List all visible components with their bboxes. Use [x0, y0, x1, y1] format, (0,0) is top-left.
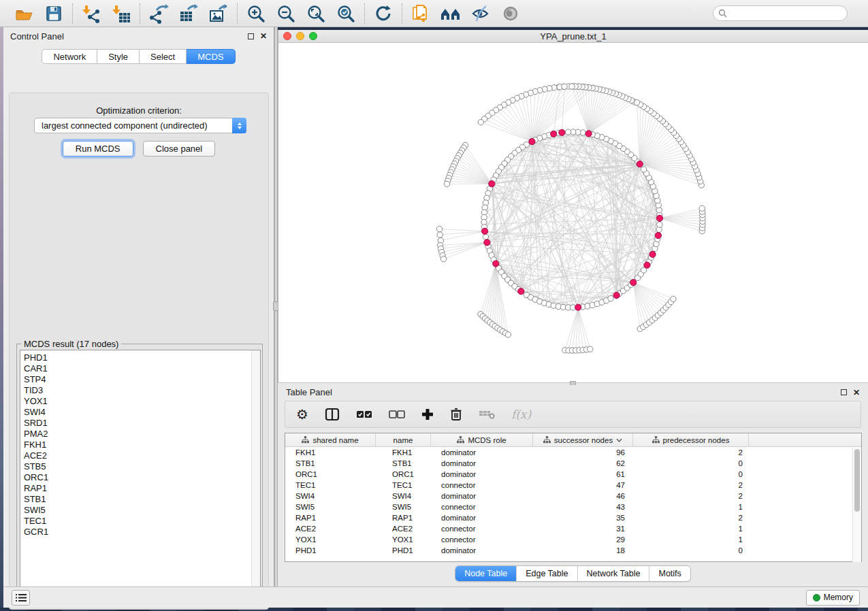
export-network-button[interactable]	[147, 3, 170, 24]
mcds-result-item[interactable]: PHD1	[24, 352, 260, 363]
gear-icon: ⚙	[296, 408, 308, 421]
mcds-result-item[interactable]: ORC1	[24, 472, 260, 483]
table-settings-button[interactable]: ⚙	[296, 404, 308, 425]
mcds-result-item[interactable]: TID3	[24, 385, 260, 396]
zoom-in-icon	[246, 4, 266, 23]
tab-mcds[interactable]: MCDS	[187, 49, 235, 64]
close-panel-icon[interactable]: ✕	[260, 32, 267, 40]
table-scrollbar[interactable]	[852, 448, 861, 562]
optimization-criterion-dropdown[interactable]: largest connected component (undirected)	[34, 118, 246, 133]
column-type-icon	[543, 436, 551, 444]
zoom-out-button[interactable]	[274, 3, 298, 24]
export-image-icon	[208, 3, 229, 24]
cell-role: dominator	[431, 470, 533, 478]
table-row[interactable]: ORC1ORC1dominator610	[285, 469, 861, 480]
network-window-title: YPA_prune.txt_1	[278, 31, 868, 42]
search-input[interactable]	[730, 7, 847, 20]
task-history-button[interactable]	[12, 590, 30, 606]
cell-succ: 47	[533, 481, 633, 489]
open-folder-icon	[14, 4, 33, 23]
cell-succ: 96	[533, 448, 633, 457]
deselect-all-button[interactable]	[389, 404, 405, 425]
share-document-button[interactable]	[409, 3, 432, 24]
table-row[interactable]: SWI4SWI4dominator462	[285, 491, 861, 501]
optimization-criterion-label: Optimization criterion:	[10, 105, 268, 116]
column-header-shared-name[interactable]: shared name	[285, 433, 376, 446]
tab-network-table[interactable]: Network Table	[577, 566, 649, 581]
hide-graphics-icon	[470, 4, 491, 23]
mcds-result-item[interactable]: FKH1	[24, 440, 260, 450]
table-panel-tabs: Node Table Edge Table Network Table Moti…	[455, 565, 691, 582]
zoom-fit-icon	[306, 4, 325, 23]
table-row[interactable]: SWI5SWI5connector431	[285, 501, 861, 512]
mcds-result-item[interactable]: TEC1	[24, 516, 260, 527]
show-columns-button[interactable]	[325, 404, 340, 425]
mcds-result-item[interactable]: SRD1	[24, 418, 260, 429]
import-table-button[interactable]	[110, 3, 133, 24]
float-panel-icon[interactable]	[248, 33, 254, 39]
zoom-selected-icon	[336, 4, 355, 23]
select-all-button[interactable]	[356, 404, 372, 425]
network-overview-button[interactable]	[439, 3, 462, 24]
tab-edge-table[interactable]: Edge Table	[516, 566, 577, 581]
search-field[interactable]	[713, 5, 848, 21]
table-row[interactable]: PHD1PHD1dominator180	[285, 545, 861, 556]
close-panel-button[interactable]: Close panel	[143, 141, 216, 156]
open-file-button[interactable]	[12, 3, 35, 24]
run-mcds-button[interactable]: Run MCDS	[63, 141, 133, 156]
mcds-result-item[interactable]: PMA2	[24, 429, 260, 440]
mcds-result-item[interactable]: ACE2	[24, 450, 260, 461]
float-panel-icon[interactable]	[841, 389, 847, 395]
mcds-result-item[interactable]: STB1	[24, 494, 260, 505]
zoom-selected-button[interactable]	[334, 3, 357, 24]
zoom-fit-button[interactable]	[304, 3, 327, 24]
cell-role: dominator	[431, 514, 533, 522]
mcds-result-item[interactable]: GCR1	[24, 527, 260, 538]
mcds-result-item[interactable]: CAR1	[24, 363, 260, 374]
tab-style[interactable]: Style	[97, 49, 140, 64]
add-column-button[interactable]	[421, 404, 434, 425]
cell-name: TEC1	[376, 481, 431, 489]
tab-motifs[interactable]: Motifs	[649, 566, 690, 581]
mcds-result-item[interactable]: SWI4	[24, 407, 260, 418]
refresh-icon	[374, 4, 393, 23]
delete-column-button[interactable]	[450, 404, 462, 425]
import-network-button[interactable]	[80, 3, 103, 24]
mcds-result-item[interactable]: RAP1	[24, 483, 260, 494]
table-row[interactable]: FKH1FKH1dominator962	[285, 447, 861, 458]
control-panel: Control Panel ✕ Network Style Select MCD…	[3, 27, 274, 587]
save-session-button[interactable]	[42, 3, 65, 24]
column-header-name[interactable]: name	[376, 433, 431, 446]
node-table[interactable]: shared namenameMCDS rolesuccessor nodesp…	[285, 433, 862, 562]
mcds-result-item[interactable]: STP4	[24, 374, 260, 385]
mcds-result-item[interactable]: STB5	[24, 461, 260, 472]
mcds-result-item[interactable]: SWI5	[24, 505, 260, 516]
eye-disabled-button[interactable]	[499, 3, 522, 24]
table-row[interactable]: YOX1YOX1connector291	[285, 534, 861, 545]
network-canvas[interactable]	[278, 43, 868, 382]
tab-select[interactable]: Select	[140, 49, 187, 64]
tab-node-table[interactable]: Node Table	[455, 566, 516, 581]
refresh-button[interactable]	[372, 3, 395, 24]
column-header-successor-nodes[interactable]: successor nodes	[533, 433, 633, 446]
export-table-button[interactable]	[177, 3, 200, 24]
hide-graphics-button[interactable]	[469, 3, 492, 24]
table-row[interactable]: TEC1TEC1connector472	[285, 480, 861, 491]
zoom-in-button[interactable]	[244, 3, 268, 24]
close-panel-icon[interactable]: ✕	[853, 389, 860, 397]
table-row[interactable]: RAP1RAP1dominator352	[285, 512, 861, 523]
memory-button[interactable]: Memory	[806, 590, 860, 606]
column-header-MCDS-role[interactable]: MCDS role	[431, 433, 533, 446]
table-row[interactable]: ACE2ACE2connector311	[285, 523, 861, 534]
mcds-result-list[interactable]: PHD1CAR1STP4TID3YOX1SWI4SRD1PMA2FKH1ACE2…	[20, 350, 261, 595]
tab-network[interactable]: Network	[42, 49, 97, 64]
column-header-predecessor-nodes[interactable]: predecessor nodes	[633, 433, 749, 446]
export-image-button[interactable]	[207, 3, 230, 24]
column-type-icon	[302, 436, 309, 444]
mcds-list-scrollbar[interactable]	[251, 350, 260, 594]
network-window-titlebar[interactable]: YPA_prune.txt_1	[278, 30, 868, 43]
cell-name: SWI5	[376, 503, 431, 511]
table-row[interactable]: STB1STB1dominator620	[285, 458, 861, 469]
table-scrollbar-thumb[interactable]	[854, 449, 860, 512]
mcds-result-item[interactable]: YOX1	[24, 396, 260, 407]
